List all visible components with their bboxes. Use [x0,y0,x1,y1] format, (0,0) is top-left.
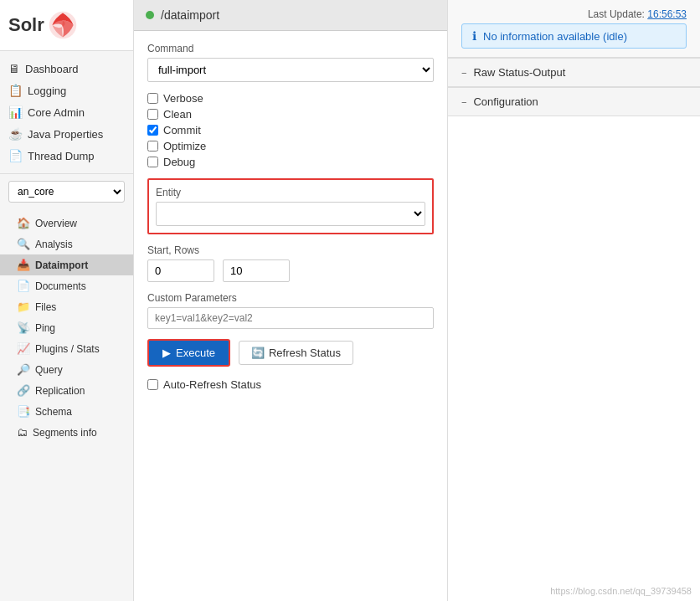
commit-checkbox-row[interactable]: Commit [147,124,434,136]
refresh-status-label: Refresh Status [269,347,341,359]
debug-checkbox[interactable] [147,157,158,167]
optimize-checkbox[interactable] [147,141,158,152]
logging-label: Logging [28,85,66,97]
optimize-label: Optimize [163,140,206,152]
auto-refresh-label: Auto-Refresh Status [163,378,261,391]
sidebar-item-schema[interactable]: 📑 Schema [0,401,133,422]
status-dot [146,11,154,19]
sidebar-item-java-properties[interactable]: ☕ Java Properties [0,123,133,145]
start-rows-inputs [147,259,434,282]
start-input[interactable] [147,259,214,282]
core-admin-label: Core Admin [28,106,85,119]
replication-label: Replication [35,385,85,397]
sidebar: Solr 🖥 Dashboard 📋 Logging 📊 Core Admin … [0,0,134,601]
sidebar-item-documents[interactable]: 📄 Documents [0,275,133,296]
execute-button[interactable]: ▶ Execute [147,339,230,367]
watermark: https://blog.csdn.net/qq_39739458 [550,586,692,596]
entity-group: Entity [147,178,434,234]
sidebar-item-replication[interactable]: 🔗 Replication [0,380,133,401]
sidebar-item-overview[interactable]: 🏠 Overview [0,213,133,234]
sidebar-item-dataimport[interactable]: 📥 Dataimport [0,254,133,275]
core-selector[interactable]: an_core [8,181,125,203]
ping-icon: 📡 [17,321,30,334]
dashboard-label: Dashboard [25,63,79,75]
sidebar-item-files[interactable]: 📁 Files [0,296,133,317]
custom-params-label: Custom Parameters [147,292,434,304]
raw-status-header[interactable]: − Raw Status-Output [448,58,700,86]
ping-label: Ping [35,322,55,334]
plugins-stats-label: Plugins / Stats [35,343,100,355]
status-panel: Last Update: 16:56:53 ℹ No information a… [448,0,700,601]
thread-dump-icon: 📄 [8,149,23,162]
last-update: Last Update: 16:56:53 [461,8,687,20]
info-icon: ℹ [472,29,476,43]
segments-info-label: Segments info [33,427,97,439]
optimize-checkbox-row[interactable]: Optimize [147,140,434,152]
start-rows-label: Start, Rows [147,244,434,256]
sidebar-item-thread-dump[interactable]: 📄 Thread Dump [0,145,133,167]
sidebar-item-query[interactable]: 🔎 Query [0,359,133,380]
dataimport-panel: /dataimport Command full-import delta-im… [134,0,448,601]
entity-select[interactable] [156,202,425,226]
solr-logo-icon [48,10,78,40]
refresh-status-button[interactable]: 🔄 Refresh Status [239,341,353,365]
sidebar-item-ping[interactable]: 📡 Ping [0,317,133,338]
core-admin-icon: 📊 [8,105,23,119]
raw-status-accordion: − Raw Status-Output [448,58,700,87]
execute-label: Execute [176,347,215,359]
last-update-time[interactable]: 16:56:53 [647,8,687,20]
raw-status-label: Raw Status-Output [473,66,565,79]
auto-refresh-checkbox[interactable] [147,379,158,390]
no-info-text: No information available (idle) [483,30,627,43]
logo-text: Solr [8,14,44,36]
replication-icon: 🔗 [17,384,30,397]
sidebar-item-segments-info[interactable]: 🗂 Segments info [0,422,133,443]
sidebar-item-core-admin[interactable]: 📊 Core Admin [0,101,133,123]
analysis-icon: 🔍 [17,238,30,250]
sidebar-item-analysis[interactable]: 🔍 Analysis [0,234,133,254]
plugins-stats-icon: 📈 [17,342,30,355]
verbose-checkbox[interactable] [147,93,158,104]
button-row: ▶ Execute 🔄 Refresh Status [147,339,434,367]
clean-checkbox[interactable] [147,109,158,120]
configuration-accordion: − Configuration [448,87,700,116]
custom-params-input[interactable] [147,307,434,329]
debug-label: Debug [163,156,195,168]
commit-label: Commit [163,124,201,136]
checkbox-group: Verbose Clean Commit Optimize [147,92,434,168]
command-label: Command [147,43,434,54]
dataimport-icon: 📥 [17,259,30,271]
sidebar-item-dashboard[interactable]: 🖥 Dashboard [0,58,133,80]
java-properties-icon: ☕ [8,127,23,141]
rows-input[interactable] [223,259,290,282]
core-nav: 🏠 Overview 🔍 Analysis 📥 Dataimport 📄 Doc… [0,209,133,446]
core-select[interactable]: an_core [8,181,125,203]
clean-label: Clean [163,108,192,121]
query-label: Query [35,364,63,376]
commit-checkbox[interactable] [147,125,158,136]
debug-checkbox-row[interactable]: Debug [147,156,434,168]
sidebar-item-plugins-stats[interactable]: 📈 Plugins / Stats [0,338,133,359]
last-update-label: Last Update: [588,8,645,20]
main-content: /dataimport Command full-import delta-im… [134,0,700,601]
command-select[interactable]: full-import delta-import status reload-c… [147,58,434,82]
dataimport-label: Dataimport [35,259,88,271]
query-icon: 🔎 [17,363,30,376]
auto-refresh-row[interactable]: Auto-Refresh Status [147,378,434,391]
dataimport-form-body: Command full-import delta-import status … [134,31,447,403]
panel-header: /dataimport [134,0,447,31]
global-nav: 🖥 Dashboard 📋 Logging 📊 Core Admin ☕ Jav… [0,51,133,174]
overview-icon: 🏠 [17,217,30,229]
thread-dump-label: Thread Dump [28,150,94,162]
logging-icon: 📋 [8,84,23,97]
documents-icon: 📄 [17,280,30,292]
sidebar-item-logging[interactable]: 📋 Logging [0,80,133,101]
overview-label: Overview [35,218,77,229]
files-icon: 📁 [17,300,30,313]
configuration-header[interactable]: − Configuration [448,87,700,116]
documents-label: Documents [35,280,86,292]
dashboard-icon: 🖥 [8,62,20,75]
segments-info-icon: 🗂 [17,426,28,439]
verbose-checkbox-row[interactable]: Verbose [147,92,434,105]
clean-checkbox-row[interactable]: Clean [147,108,434,121]
